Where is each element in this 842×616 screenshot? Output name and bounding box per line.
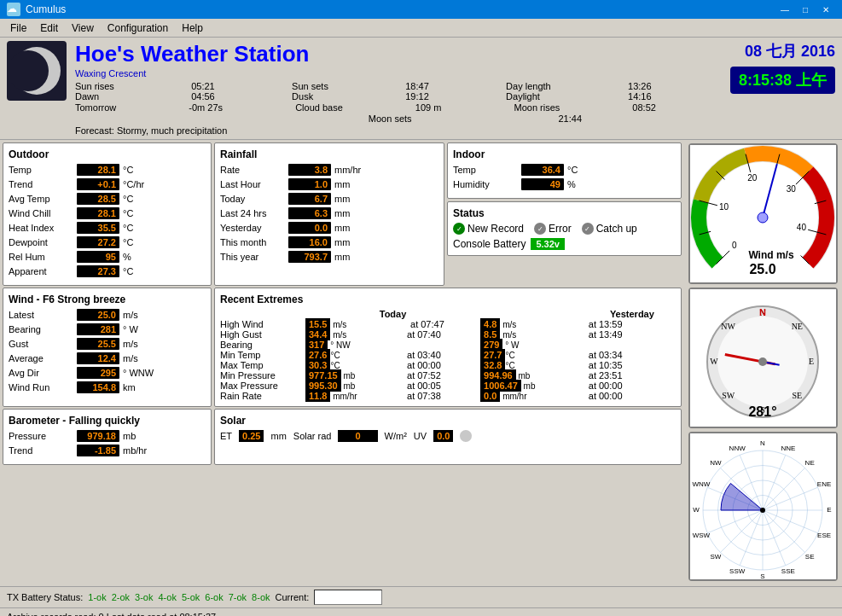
speedo-canvas (690, 145, 836, 282)
last-hour-value: 1.0 (288, 178, 331, 190)
max-temp-row: Max Temp 30.3°C at 00:00 32.8°C at 10:35 (220, 360, 676, 370)
indoor-hum-unit: % (567, 179, 576, 189)
bearing-label: Bearing (9, 324, 77, 334)
last24-row: Last 24 hrs 6.3 mm (220, 207, 438, 219)
error-dot: ✓ (534, 223, 546, 235)
rel-hum-label: Rel Hum (9, 252, 77, 262)
rate-value: 3.8 (288, 164, 331, 176)
forecast-text: Forecast: Stormy, much precipitation (75, 125, 722, 136)
extremes-panel: Recent Extremes Today Yesterday (214, 288, 682, 407)
heat-index-value: 35.5 (77, 222, 119, 234)
latest-row: Latest 25.0 m/s (9, 309, 206, 321)
high-wind-row: High Wind 15.5 m/s at 07:47 4.8 m/s at 1… (220, 319, 676, 329)
rel-hum-unit: % (123, 252, 131, 262)
baro-trend-row: Trend -1.85 mb/hr (9, 445, 206, 456)
br-y-at (589, 340, 676, 350)
close-button[interactable]: ✕ (816, 0, 835, 19)
app-title: Cumulus (26, 3, 775, 15)
minimize-button[interactable]: — (775, 0, 794, 19)
today-rain-row: Today 6.7 mm (220, 193, 438, 205)
menu-configuration[interactable]: Configuration (101, 20, 175, 36)
console-battery-row: Console Battery 5.32v (453, 238, 676, 250)
today-rain-value: 6.7 (288, 193, 331, 205)
this-year-label: This year (220, 252, 288, 262)
cloud-base-val: 109 m (415, 102, 508, 113)
extremes-today-header: Today (305, 309, 480, 319)
mt-label: Min Temp (220, 350, 305, 360)
min-press-row: Min Pressure 977.15 mb at 07:52 994.96 m… (220, 370, 676, 381)
dewpoint-value: 27.2 (77, 236, 119, 248)
yesterday-rain-row: Yesterday 0.0 mm (220, 222, 438, 234)
archive-text: Archive records read: 0 Last data read a… (7, 612, 216, 617)
avg-temp-row: Avg Temp 28.5 °C (9, 193, 206, 205)
hg-y-at: at 13:49 (589, 329, 676, 340)
mxt-label: Max Temp (220, 360, 305, 370)
header-section: Hoe's Weather Station Waxing Crescent Su… (0, 38, 842, 140)
console-battery-label: Console Battery (453, 238, 526, 250)
wind-rose-canvas (690, 433, 836, 579)
tx-4: 4-ok (158, 592, 176, 602)
pressure-row: Pressure 979.18 mb (9, 430, 206, 442)
yesterday-rain-unit: mm (334, 223, 350, 233)
current-input[interactable] (314, 590, 382, 605)
menu-view[interactable]: View (65, 20, 101, 36)
rr-label: Rain Rate (220, 391, 305, 401)
wind-run-unit: km (123, 382, 136, 392)
mxt-t-at: at 00:00 (407, 360, 480, 370)
station-name: Hoe's Weather Station (75, 41, 722, 67)
tx-2: 2-ok (112, 592, 130, 602)
day-length-val: 13:26 (628, 81, 722, 91)
wind-run-label: Wind Run (9, 382, 77, 392)
wind-title: Wind - F6 Strong breeze (9, 293, 206, 305)
apparent-value: 27.3 (77, 265, 119, 277)
wind-panel: Wind - F6 Strong breeze Latest 25.0 m/s … (3, 288, 212, 407)
avg-temp-label: Avg Temp (9, 194, 77, 204)
new-record-item: ✓ New Record (453, 223, 524, 235)
row1: Outdoor Temp 28.1 °C Trend +0.1 °C/hr Av… (0, 140, 684, 288)
indoor-temp-row: Temp 36.4 °C (453, 164, 676, 176)
br-label: Bearing (220, 340, 305, 350)
latest-value: 25.0 (77, 309, 119, 321)
indoor-hum-label: Humidity (453, 179, 521, 189)
hg-t-at: at 07:40 (407, 329, 480, 340)
moon-rises-label: Moon rises (514, 102, 626, 113)
menu-file[interactable]: File (3, 20, 33, 36)
tx-status-label: TX Battery Status: (7, 592, 83, 602)
last24-value: 6.3 (288, 207, 331, 219)
et-unit: mm (270, 431, 286, 441)
waxing-crescent: Waxing Crescent (75, 68, 722, 78)
bearing-unit: ° W (123, 324, 138, 334)
br-t-at (407, 340, 480, 350)
tx-6: 6-ok (205, 592, 223, 602)
tx-8: 8-ok (252, 592, 270, 602)
dewpoint-row: Dewpoint 27.2 °C (9, 236, 206, 248)
menu-edit[interactable]: Edit (33, 20, 65, 36)
indoor-temp-label: Temp (453, 165, 521, 175)
menu-bar: File Edit View Configuration Help (0, 19, 842, 38)
menu-help[interactable]: Help (175, 20, 210, 36)
rate-label: Rate (220, 165, 288, 175)
yesterday-rain-value: 0.0 (288, 222, 331, 234)
catchup-label: Catch up (596, 223, 637, 235)
error-item: ✓ Error (534, 223, 572, 235)
heat-index-row: Heat Index 35.5 °C (9, 222, 206, 234)
daylight-val: 14:16 (628, 91, 722, 102)
dawn-label: Dawn (75, 91, 184, 102)
heat-index-label: Heat Index (9, 223, 77, 233)
daylight-label: Daylight (506, 91, 621, 102)
yesterday-rain-label: Yesterday (220, 223, 288, 233)
avg-temp-value: 28.5 (77, 193, 119, 205)
date-time-area: 08 七月 2016 8:15:38 上午 (730, 41, 835, 136)
hw-label: High Wind (220, 319, 305, 329)
apparent-unit: °C (123, 266, 133, 276)
tx-3: 3-ok (135, 592, 153, 602)
outdoor-title: Outdoor (9, 148, 206, 160)
app-icon: ☁ (7, 3, 20, 16)
maximize-button[interactable]: □ (796, 0, 815, 19)
solar-rad-label: Solar rad (293, 431, 332, 441)
min-temp-row: Min Temp 27.6°C at 03:40 27.7°C at 03:34 (220, 350, 676, 360)
hg-label: High Gust (220, 329, 305, 340)
avg-dir-row: Avg Dir 295 ° WNW (9, 367, 206, 379)
speedometer-gauge (688, 143, 838, 284)
extremes-table: Today Yesterday High Wind 15.5 m/s at 07… (220, 309, 676, 401)
